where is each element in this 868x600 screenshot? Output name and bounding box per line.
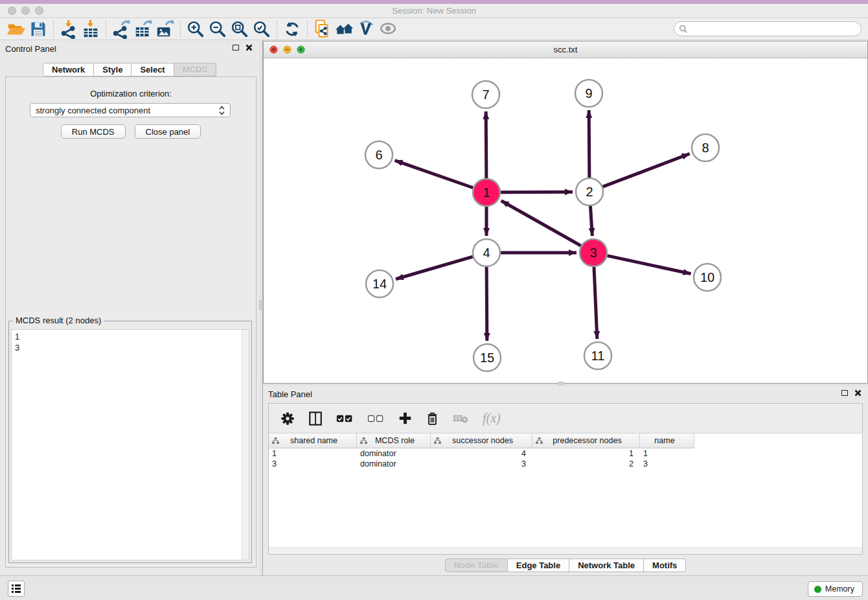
table-cell[interactable]: 4 <box>431 448 532 459</box>
cyndex-icon[interactable] <box>356 19 378 39</box>
edge-1-7[interactable] <box>486 111 486 178</box>
zoom-in-icon[interactable] <box>185 19 207 39</box>
network-canvas[interactable]: 7968124314101511 <box>264 58 867 383</box>
table-cell[interactable]: dominator <box>357 448 431 459</box>
column-header-predecessor-nodes[interactable]: predecessor nodes <box>532 433 640 448</box>
mcds-result-group: MCDS result (2 nodes) 1 3 <box>8 321 252 563</box>
edge-2-9[interactable] <box>589 110 589 178</box>
tab-network-table[interactable]: Network Table <box>569 559 644 572</box>
table-cell[interactable]: 3 <box>640 459 694 469</box>
memory-label: Memory <box>825 584 854 594</box>
network-graph: 7968124314101511 <box>264 58 867 383</box>
network-window-title: scc.txt <box>264 45 867 54</box>
mcds-result-area[interactable]: 1 3 <box>11 329 249 560</box>
tab-node-table[interactable]: Node Table <box>445 559 508 572</box>
result-scrollbar[interactable] <box>242 330 249 560</box>
table-row[interactable]: 1dominator411 <box>269 448 862 459</box>
close-panel-icon[interactable] <box>854 389 862 397</box>
edge-3-10[interactable] <box>608 256 691 274</box>
column-header-MCDS-role[interactable]: MCDS role <box>357 433 431 448</box>
hide-panel-eye-icon[interactable] <box>378 19 400 39</box>
task-list-icon <box>11 584 21 594</box>
table-cell[interactable]: 3 <box>269 459 357 469</box>
node-label-15: 15 <box>480 351 494 365</box>
import-network-icon[interactable] <box>58 19 80 39</box>
function-builder-icon[interactable]: f(x) <box>483 411 501 426</box>
table-cell[interactable]: dominator <box>357 459 431 469</box>
tab-edge-table[interactable]: Edge Table <box>508 559 569 572</box>
import-table-icon[interactable] <box>80 19 102 39</box>
float-panel-icon[interactable] <box>233 45 239 51</box>
criterion-dropdown[interactable]: strongly connected component <box>30 103 231 117</box>
export-image-icon[interactable] <box>154 19 176 39</box>
mcds-result-title: MCDS result (2 nodes) <box>13 316 104 325</box>
sort-hierarchy-icon <box>536 437 543 444</box>
tab-style[interactable]: Style <box>94 63 131 76</box>
close-panel-icon[interactable] <box>246 44 253 51</box>
control-panel-title: Control Panel <box>5 44 56 54</box>
memory-button[interactable]: Memory <box>808 581 863 597</box>
column-layout-icon[interactable] <box>309 411 322 426</box>
zoom-fit-icon[interactable] <box>229 19 251 39</box>
table-cell[interactable]: 2 <box>532 459 640 469</box>
open-file-icon[interactable] <box>5 19 27 39</box>
edge-4-14[interactable] <box>396 257 473 279</box>
node-label-6: 6 <box>375 148 382 162</box>
edge-1-6[interactable] <box>395 161 474 188</box>
zoom-out-icon[interactable] <box>207 19 229 39</box>
new-network-from-selection-icon[interactable] <box>312 19 334 39</box>
tab-network[interactable]: Network <box>43 63 94 76</box>
table-tabs: Node TableEdge TableNetwork TableMotifs <box>263 559 868 572</box>
edge-3-1[interactable] <box>501 201 581 246</box>
edge-3-11[interactable] <box>594 267 597 339</box>
node-label-9: 9 <box>585 86 592 100</box>
export-network-icon[interactable] <box>110 19 132 39</box>
node-label-14: 14 <box>372 277 387 291</box>
table-row[interactable]: 3dominator323 <box>269 459 862 469</box>
task-history-button[interactable] <box>8 581 25 597</box>
main-toolbar <box>0 18 868 40</box>
delete-row-trash-icon[interactable] <box>426 411 439 426</box>
export-table-icon[interactable] <box>132 19 154 39</box>
run-mcds-button[interactable]: Run MCDS <box>61 124 126 139</box>
close-panel-button[interactable]: Close panel <box>135 124 201 139</box>
search-box[interactable] <box>674 21 862 36</box>
select-all-rows-icon[interactable] <box>336 414 353 423</box>
node-table-body: 1dominator4113dominator323 <box>269 448 862 548</box>
network-overview-icon[interactable] <box>334 19 356 39</box>
table-cell[interactable]: 3 <box>431 459 532 469</box>
column-header-shared-name[interactable]: shared name <box>269 433 357 448</box>
network-window-titlebar[interactable]: scc.txt <box>264 41 867 58</box>
node-table-header: shared nameMCDS rolesuccessor nodesprede… <box>269 433 694 448</box>
sort-hierarchy-icon <box>434 437 441 444</box>
save-session-icon[interactable] <box>27 19 49 39</box>
add-row-plus-icon[interactable] <box>398 411 412 425</box>
memory-status-dot <box>814 586 821 593</box>
zoom-selected-icon[interactable] <box>251 19 273 39</box>
table-panel: Table Panel <box>263 386 868 575</box>
table-horizontal-scrollbar[interactable] <box>269 548 862 554</box>
tab-select[interactable]: Select <box>131 63 174 76</box>
delete-table-icon[interactable] <box>453 413 468 424</box>
table-cell[interactable]: 1 <box>640 448 694 459</box>
tab-mcds[interactable]: MCDS <box>174 63 216 76</box>
table-cell[interactable]: 1 <box>269 448 357 459</box>
window-title: Session: New Session <box>0 6 868 16</box>
status-bar: Memory <box>0 575 868 600</box>
edge-2-8[interactable] <box>603 154 690 187</box>
float-panel-icon[interactable] <box>841 390 848 396</box>
tab-motifs[interactable]: Motifs <box>644 559 686 572</box>
table-settings-gear-icon[interactable] <box>280 411 295 426</box>
edge-1-2[interactable] <box>501 192 573 192</box>
edge-2-3[interactable] <box>590 206 592 236</box>
criterion-value: strongly connected component <box>36 106 219 115</box>
deselect-all-rows-icon[interactable] <box>367 414 384 423</box>
refresh-view-icon[interactable] <box>281 19 303 39</box>
column-header-name[interactable]: name <box>640 433 694 448</box>
table-cell[interactable]: 1 <box>532 448 640 459</box>
edge-4-15[interactable] <box>486 267 487 341</box>
column-header-successor-nodes[interactable]: successor nodes <box>431 433 532 448</box>
table-toolbar: f(x) <box>269 404 862 433</box>
toolbar-separator <box>53 21 54 38</box>
search-input[interactable] <box>691 23 861 35</box>
